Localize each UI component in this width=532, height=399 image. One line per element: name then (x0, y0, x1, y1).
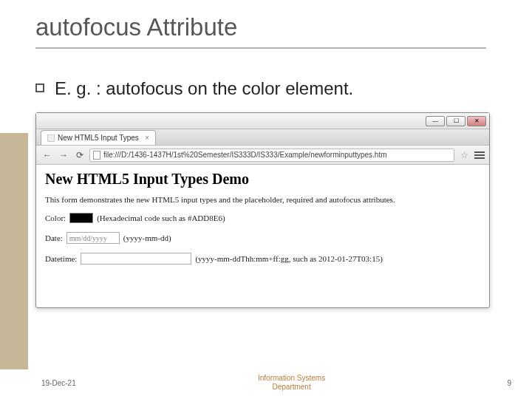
footer-dept-line1: Information Systems (258, 374, 325, 383)
hamburger-menu-icon[interactable] (474, 151, 485, 159)
reload-button[interactable]: ⟳ (73, 149, 86, 162)
bullet-item: E. g. : autofocus on the color element. (35, 78, 517, 99)
window-close-button[interactable]: ✕ (467, 116, 486, 126)
datetime-label: Datetime: (45, 254, 77, 263)
page-viewport: New HTML5 Input Types Demo This form dem… (36, 165, 489, 279)
slide-footer: 19-Dec-21 Information Systems Department… (0, 374, 532, 392)
slide-body: autofocus Attribute E. g. : autofocus on… (35, 13, 517, 384)
tab-title: New HTML5 Input Types (58, 134, 139, 142)
document-icon (93, 151, 100, 160)
color-input[interactable] (69, 213, 93, 223)
forward-button[interactable]: → (57, 149, 70, 162)
url-text: file:///D:/1436-1437H/1st%20Semester/IS3… (103, 151, 387, 159)
color-label: Color: (45, 214, 66, 222)
title-underline (35, 47, 486, 49)
slide-sidebar-accent (0, 133, 28, 369)
footer-page-number: 9 (507, 379, 511, 387)
tab-strip: New HTML5 Input Types × (36, 129, 489, 146)
bullet-text: E. g. : autofocus on the color element. (55, 78, 353, 99)
page-heading: New HTML5 Input Types Demo (45, 171, 480, 188)
url-input[interactable]: file:///D:/1436-1437H/1st%20Semester/IS3… (89, 149, 454, 162)
color-hint: (Hexadecimal code such as #ADD8E6) (97, 214, 225, 222)
footer-dept-line2: Department (258, 383, 325, 392)
window-titlebar: — ☐ ✕ (36, 113, 489, 129)
form-row-datetime: Datetime: (yyyy-mm-ddThh:mm+ff:gg, such … (45, 253, 480, 265)
date-input[interactable]: mm/dd/yyyy (66, 232, 120, 244)
form-row-color: Color: (Hexadecimal code such as #ADD8E6… (45, 213, 480, 223)
window-maximize-button[interactable]: ☐ (446, 116, 466, 126)
window-minimize-button[interactable]: — (426, 116, 445, 126)
browser-tab[interactable]: New HTML5 Input Types × (41, 130, 156, 145)
page-intro: This form demonstrates the new HTML5 inp… (45, 195, 480, 204)
browser-window: — ☐ ✕ New HTML5 Input Types × ← → ⟳ file… (35, 112, 490, 308)
back-button[interactable]: ← (41, 149, 54, 162)
footer-center: Information Systems Department (258, 374, 325, 392)
slide-title: autofocus Attribute (35, 13, 517, 41)
footer-date: 19-Dec-21 (41, 379, 76, 387)
tab-close-icon[interactable]: × (145, 134, 149, 142)
datetime-input[interactable] (81, 253, 191, 265)
address-bar: ← → ⟳ file:///D:/1436-1437H/1st%20Semest… (36, 146, 489, 165)
bullet-icon (35, 83, 44, 92)
datetime-hint: (yyyy-mm-ddThh:mm+ff:gg, such as 2012-01… (195, 254, 382, 263)
date-label: Date: (45, 233, 63, 242)
form-row-date: Date: mm/dd/yyyy (yyyy-mm-dd) (45, 232, 480, 244)
favicon-icon (47, 134, 55, 142)
date-hint: (yyyy-mm-dd) (123, 233, 171, 242)
star-icon[interactable]: ☆ (460, 150, 468, 160)
